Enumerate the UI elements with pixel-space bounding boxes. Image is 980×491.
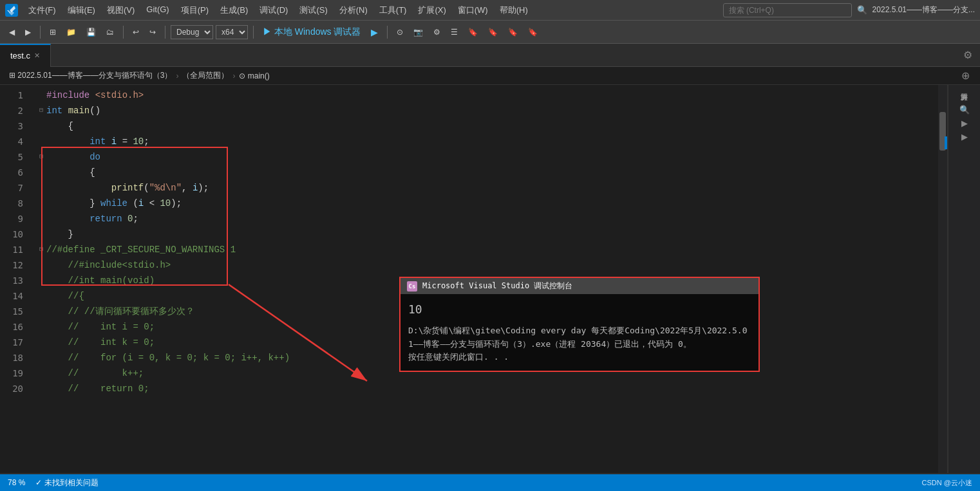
run-debugger-btn[interactable]: ▶ 本地 Windows 调试器: [259, 24, 364, 40]
kw-while: while: [100, 196, 127, 211]
menu-file[interactable]: 文件(F): [23, 2, 61, 19]
toolbar: ◀ ▶ ⊞ 📁 💾 🗂 ↩ ↪ Debug x64 ▶ 本地 Windows 调…: [0, 21, 980, 44]
num-10: 10: [133, 134, 144, 149]
scroll-highlight: [945, 136, 947, 149]
breadcrumb-scope[interactable]: （全局范围）: [178, 70, 232, 81]
menu-debug[interactable]: 调试(D): [254, 2, 293, 19]
var-i: i: [111, 134, 117, 149]
line-num-19: 19: [0, 366, 31, 381]
solution-icon[interactable]: ⊞: [961, 91, 968, 101]
nav-right2[interactable]: ▶: [961, 132, 968, 142]
save-all-btn[interactable]: 🗂: [102, 26, 118, 39]
new-project-btn[interactable]: ⊞: [46, 26, 60, 39]
menu-git[interactable]: Git(G): [141, 2, 174, 19]
toolbar-extra8[interactable]: 🔖: [524, 26, 542, 39]
redo-btn[interactable]: ↪: [146, 26, 160, 39]
line-num-15: 15: [0, 304, 31, 319]
toolbar-extra2[interactable]: 📷: [410, 26, 427, 39]
fold-icon-18: [36, 350, 46, 366]
menu-build[interactable]: 生成(B): [215, 2, 253, 19]
console-output-close: 按任意键关闭此窗口. . .: [408, 351, 751, 364]
line-num-4: 4: [0, 134, 31, 149]
fold-icon-11[interactable]: ⊟: [36, 242, 46, 257]
toolbar-extra4[interactable]: ☰: [447, 26, 462, 39]
comment-return0: // return 0;: [68, 381, 149, 396]
comment-intmain: //int main(void): [68, 273, 155, 288]
split-editor-btn[interactable]: ⊕: [956, 69, 975, 82]
menu-tools[interactable]: 工具(T): [374, 2, 412, 19]
search-solution-icon[interactable]: 🔍: [959, 105, 970, 115]
vs-logo: [5, 4, 18, 17]
kw-int: int: [46, 103, 62, 118]
fold-icon-14: [36, 288, 46, 304]
breadcrumb-function[interactable]: ⊙ main(): [235, 71, 273, 80]
comment-intk: // int k = 0;: [68, 335, 155, 350]
kw-int-l4: int: [90, 134, 106, 149]
code-line-11: ⊟ //#define _CRT_SECURE_NO_WARNINGS 1: [31, 242, 938, 257]
code-line-12: //#include<stdio.h>: [31, 257, 938, 273]
num-0: 0: [127, 211, 133, 227]
run-btn[interactable]: ▶: [367, 25, 382, 39]
fold-icon-15: [36, 304, 46, 319]
title-search-input[interactable]: [723, 3, 852, 17]
title-bar: 文件(F) 编辑(E) 视图(V) Git(G) 项目(P) 生成(B) 调试(…: [0, 0, 980, 21]
open-btn[interactable]: 📁: [62, 26, 80, 39]
toolbar-extra3[interactable]: ⚙: [429, 26, 444, 39]
fold-icon-1: [36, 88, 46, 103]
forward-btn[interactable]: ▶: [21, 26, 35, 39]
menu-project[interactable]: 项目(P): [176, 2, 214, 19]
toolbar-extra5[interactable]: 🔖: [464, 26, 482, 39]
line-num-18: 18: [0, 350, 31, 366]
breadcrumb-project[interactable]: ⊞ 2022.5.01——博客——分支与循环语句（3）: [5, 70, 176, 81]
kw-do: do: [90, 149, 100, 165]
menu-help[interactable]: 帮助(H): [495, 2, 533, 19]
tab-bar: test.c ✕ ⚙: [0, 44, 980, 67]
back-btn[interactable]: ◀: [5, 26, 19, 39]
fold-icon-5[interactable]: ⊟: [36, 149, 46, 165]
status-right-text: CSDN @云小迷: [922, 478, 972, 488]
vertical-scrollbar[interactable]: [938, 85, 947, 473]
line-num-11: 11: [0, 242, 31, 257]
status-zoom[interactable]: 78 %: [8, 478, 25, 487]
line-num-1: 1: [0, 88, 31, 103]
code-line-5: ⊟ do: [31, 149, 938, 165]
status-message: 未找到相关问题: [44, 477, 99, 488]
toolbar-extra1[interactable]: ⊙: [393, 26, 407, 39]
line-num-5: 5: [0, 149, 31, 165]
undo-btn[interactable]: ↩: [129, 26, 143, 39]
fold-icon-2[interactable]: ⊟: [36, 103, 46, 118]
tab-settings-btn[interactable]: ⚙: [956, 49, 980, 61]
menu-window[interactable]: 窗口(W): [453, 2, 493, 19]
code-line-6: {: [31, 165, 938, 180]
menu-bar: 文件(F) 编辑(E) 视图(V) Git(G) 项目(P) 生成(B) 调试(…: [23, 2, 718, 19]
debug-mode-select[interactable]: Debug: [171, 25, 213, 39]
line-num-6: 6: [0, 165, 31, 180]
line-num-17: 17: [0, 335, 31, 350]
fold-icon-12: [36, 257, 46, 273]
tab-test-c[interactable]: test.c ✕: [0, 44, 51, 67]
tab-close-btn[interactable]: ✕: [34, 51, 40, 60]
fold-icon-7: [36, 180, 46, 196]
menu-test[interactable]: 测试(S): [294, 2, 332, 19]
comment-brace: //{: [68, 288, 84, 304]
console-title-text: Microsoft Visual Studio 调试控制台: [422, 281, 572, 292]
status-problems[interactable]: ✓ 未找到相关问题: [35, 477, 99, 488]
save-btn[interactable]: 💾: [82, 26, 100, 39]
pp-include: #include: [46, 88, 90, 103]
line-num-14: 14: [0, 288, 31, 304]
fold-icon-6: [36, 165, 46, 180]
menu-edit[interactable]: 编辑(E): [62, 2, 100, 19]
platform-select[interactable]: x64: [216, 25, 248, 39]
fold-icon-13: [36, 273, 46, 288]
menu-extensions[interactable]: 扩展(X): [413, 2, 451, 19]
num-10-l8: 10: [160, 196, 171, 211]
comment-question: // //请问循环要循环多少次？: [68, 304, 194, 319]
code-line-3: {: [31, 118, 938, 134]
toolbar-extra6[interactable]: 🔖: [484, 26, 502, 39]
line-num-7: 7: [0, 180, 31, 196]
menu-view[interactable]: 视图(V): [102, 2, 140, 19]
nav-right1[interactable]: ▶: [961, 118, 968, 128]
breadcrumb-bar: ⊞ 2022.5.01——博客——分支与循环语句（3） › （全局范围） › ⊙…: [0, 67, 980, 85]
menu-analyze[interactable]: 分析(N): [334, 2, 373, 19]
toolbar-extra7[interactable]: 🔖: [504, 26, 522, 39]
